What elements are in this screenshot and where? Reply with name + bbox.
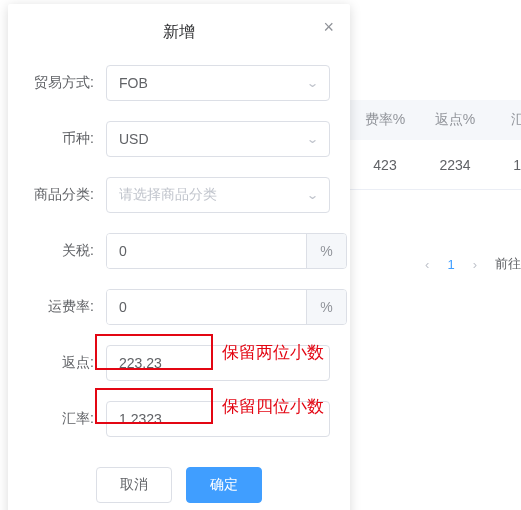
chevron-down-icon: ⌄ — [306, 76, 319, 90]
confirm-button[interactable]: 确定 — [186, 467, 262, 503]
input-rebate-wrapper — [106, 345, 330, 381]
label-freight: 运费率: — [28, 298, 106, 316]
dialog-title: 新增 — [28, 22, 330, 43]
row-category: 商品分类: 请选择商品分类 ⌄ — [28, 177, 330, 213]
pagination: ‹ 1 › 前往 — [425, 255, 521, 273]
label-rebate: 返点: — [28, 354, 106, 372]
label-currency: 币种: — [28, 130, 106, 148]
cell-rate: 423 — [350, 157, 420, 173]
input-tariff[interactable] — [107, 234, 306, 268]
label-trade-mode: 贸易方式: — [28, 74, 106, 92]
close-icon[interactable]: × — [323, 18, 334, 36]
col-header-exchange: 汇率 — [490, 111, 521, 129]
cancel-button[interactable]: 取消 — [96, 467, 172, 503]
input-exchange-rate[interactable] — [119, 411, 317, 427]
row-freight: 运费率: % — [28, 289, 330, 325]
select-currency[interactable]: USD ⌄ — [106, 121, 330, 157]
pager-next-icon[interactable]: › — [473, 257, 477, 272]
tariff-suffix: % — [306, 234, 346, 268]
chevron-down-icon: ⌄ — [306, 132, 319, 146]
select-category-placeholder: 请选择商品分类 — [119, 186, 217, 204]
label-category: 商品分类: — [28, 186, 106, 204]
background-table: 费率% 返点% 汇率 423 2234 123 — [350, 100, 521, 190]
row-tariff: 关税: % — [28, 233, 330, 269]
col-header-rate: 费率% — [350, 111, 420, 129]
freight-suffix: % — [306, 290, 346, 324]
row-trade-mode: 贸易方式: FOB ⌄ — [28, 65, 330, 101]
input-freight-group: % — [106, 289, 347, 325]
table-row: 423 2234 123 — [350, 140, 521, 190]
row-exchange-rate: 汇率: — [28, 401, 330, 437]
pager-prev-icon[interactable]: ‹ — [425, 257, 429, 272]
label-tariff: 关税: — [28, 242, 106, 260]
col-header-rebate: 返点% — [420, 111, 490, 129]
chevron-down-icon: ⌄ — [306, 188, 319, 202]
input-tariff-group: % — [106, 233, 347, 269]
select-trade-mode-value: FOB — [119, 75, 148, 91]
input-rebate[interactable] — [119, 355, 317, 371]
pager-goto-label: 前往 — [495, 255, 521, 273]
pager-current[interactable]: 1 — [447, 257, 454, 272]
dialog-footer: 取消 确定 — [28, 467, 330, 503]
input-exchange-wrapper — [106, 401, 330, 437]
table-header-row: 费率% 返点% 汇率 — [350, 100, 521, 140]
cell-exchange: 123 — [490, 157, 521, 173]
label-exchange-rate: 汇率: — [28, 410, 106, 428]
row-currency: 币种: USD ⌄ — [28, 121, 330, 157]
row-rebate: 返点: — [28, 345, 330, 381]
cell-rebate: 2234 — [420, 157, 490, 173]
select-category[interactable]: 请选择商品分类 ⌄ — [106, 177, 330, 213]
select-trade-mode[interactable]: FOB ⌄ — [106, 65, 330, 101]
select-currency-value: USD — [119, 131, 149, 147]
input-freight[interactable] — [107, 290, 306, 324]
add-dialog: × 新增 贸易方式: FOB ⌄ 币种: USD ⌄ 商品分类: 请选择商品分类… — [8, 4, 350, 510]
